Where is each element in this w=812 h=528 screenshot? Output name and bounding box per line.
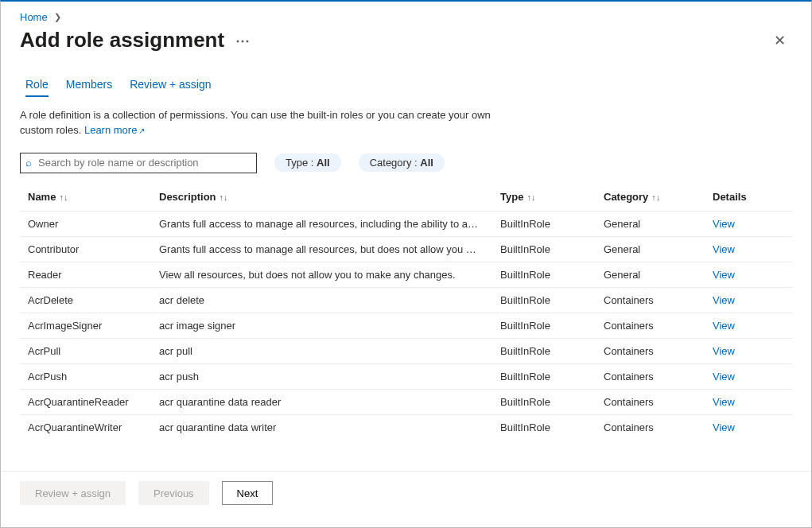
more-actions-icon[interactable]: ⋯	[235, 33, 251, 48]
cell-category: Containers	[596, 363, 705, 389]
external-link-icon: ↗	[138, 126, 145, 135]
view-link[interactable]: View	[705, 313, 792, 338]
view-link[interactable]: View	[705, 389, 792, 414]
cell-type: BuiltInRole	[492, 363, 596, 389]
search-input[interactable]	[37, 156, 251, 169]
table-row[interactable]: AcrImageSigneracr image signerBuiltInRol…	[20, 313, 792, 338]
view-link[interactable]: View	[705, 262, 792, 287]
cell-category: Containers	[596, 313, 705, 338]
view-link[interactable]: View	[705, 287, 792, 313]
close-icon[interactable]: ✕	[767, 29, 792, 52]
cell-description: acr pull	[151, 338, 492, 363]
cell-type: BuiltInRole	[492, 338, 596, 363]
filter-category-value: All	[420, 157, 433, 169]
sort-icon: ↑↓	[59, 192, 68, 202]
cell-name: AcrPush	[20, 363, 151, 389]
cell-category: Containers	[596, 287, 705, 313]
cell-name: AcrDelete	[20, 287, 151, 313]
view-link[interactable]: View	[705, 338, 792, 363]
col-header-details: Details	[705, 184, 792, 212]
table-row[interactable]: ReaderView all resources, but does not a…	[20, 262, 792, 287]
main-scroll-area[interactable]: Role Members Review + assign A role defi…	[1, 56, 811, 471]
col-header-description[interactable]: Description↑↓	[151, 184, 492, 212]
page-title: Add role assignment	[20, 28, 224, 52]
sort-icon: ↑↓	[220, 192, 228, 202]
cell-description: acr push	[151, 363, 492, 389]
learn-more-link[interactable]: Learn more↗	[84, 124, 145, 136]
cell-type: BuiltInRole	[492, 287, 596, 313]
cell-description: Grants full access to manage all resourc…	[151, 236, 492, 262]
table-row[interactable]: AcrDeleteacr deleteBuiltInRoleContainers…	[20, 287, 792, 313]
footer-bar: Review + assign Previous Next	[1, 471, 811, 514]
breadcrumb: Home ❯	[1, 2, 811, 28]
cell-description: acr delete	[151, 287, 492, 313]
cell-name: AcrPull	[20, 338, 151, 363]
table-row[interactable]: AcrQuarantineReaderacr quarantine data r…	[20, 389, 792, 414]
tab-role[interactable]: Role	[25, 78, 49, 97]
cell-description: View all resources, but does not allow y…	[151, 262, 492, 287]
sort-icon: ↑↓	[526, 192, 535, 202]
cell-name: AcrImageSigner	[20, 313, 151, 338]
view-link[interactable]: View	[705, 236, 792, 262]
cell-category: Containers	[596, 338, 705, 363]
cell-type: BuiltInRole	[492, 262, 596, 287]
table-row[interactable]: ContributorGrants full access to manage …	[20, 236, 792, 262]
review-assign-button: Review + assign	[20, 481, 126, 505]
cell-type: BuiltInRole	[492, 414, 596, 440]
next-button[interactable]: Next	[222, 481, 274, 505]
cell-name: Contributor	[20, 236, 151, 262]
view-link[interactable]: View	[705, 211, 792, 236]
search-input-wrapper[interactable]: ⌕	[20, 153, 257, 173]
tab-review-assign[interactable]: Review + assign	[130, 78, 211, 97]
horizontal-scrollbar[interactable]	[1, 514, 811, 527]
view-link[interactable]: View	[705, 414, 792, 440]
cell-type: BuiltInRole	[492, 236, 596, 262]
cell-type: BuiltInRole	[492, 389, 596, 414]
cell-category: Containers	[596, 389, 705, 414]
previous-button: Previous	[138, 481, 209, 505]
sort-icon: ↑↓	[651, 192, 660, 202]
tab-members[interactable]: Members	[66, 78, 112, 97]
filter-category-label: Category :	[370, 157, 421, 169]
chevron-right-icon: ❯	[54, 12, 61, 22]
roles-table: Name↑↓ Description↑↓ Type↑↓ Category↑↓ D…	[20, 184, 792, 440]
cell-description: acr quarantine data reader	[151, 389, 492, 414]
cell-type: BuiltInRole	[492, 313, 596, 338]
cell-description: acr image signer	[151, 313, 492, 338]
table-row[interactable]: AcrPushacr pushBuiltInRoleContainersView	[20, 363, 792, 389]
cell-category: General	[596, 211, 705, 236]
cell-name: Owner	[20, 211, 151, 236]
table-row[interactable]: AcrQuarantineWriteracr quarantine data w…	[20, 414, 792, 440]
filter-type-label: Type :	[286, 157, 317, 169]
filter-row: ⌕ Type : All Category : All	[20, 153, 792, 173]
breadcrumb-home[interactable]: Home	[20, 11, 48, 23]
cell-type: BuiltInRole	[492, 211, 596, 236]
description-text: A role definition is a collection of per…	[20, 108, 513, 138]
view-link[interactable]: View	[705, 363, 792, 389]
cell-category: General	[596, 236, 705, 262]
cell-name: AcrQuarantineWriter	[20, 414, 151, 440]
col-header-category[interactable]: Category↑↓	[596, 184, 705, 212]
col-header-type[interactable]: Type↑↓	[492, 184, 596, 212]
search-icon: ⌕	[25, 157, 32, 169]
filter-type-value: All	[317, 157, 330, 169]
filter-type[interactable]: Type : All	[274, 153, 341, 172]
col-header-name[interactable]: Name↑↓	[20, 184, 151, 212]
page-header: Add role assignment ⋯ ✕	[1, 28, 811, 56]
tab-bar: Role Members Review + assign	[25, 78, 792, 97]
table-row[interactable]: OwnerGrants full access to manage all re…	[20, 211, 792, 236]
cell-category: General	[596, 262, 705, 287]
cell-category: Containers	[596, 414, 705, 440]
filter-category[interactable]: Category : All	[359, 153, 445, 172]
table-row[interactable]: AcrPullacr pullBuiltInRoleContainersView	[20, 338, 792, 363]
cell-name: Reader	[20, 262, 151, 287]
cell-description: Grants full access to manage all resourc…	[151, 211, 492, 236]
cell-description: acr quarantine data writer	[151, 414, 492, 440]
cell-name: AcrQuarantineReader	[20, 389, 151, 414]
